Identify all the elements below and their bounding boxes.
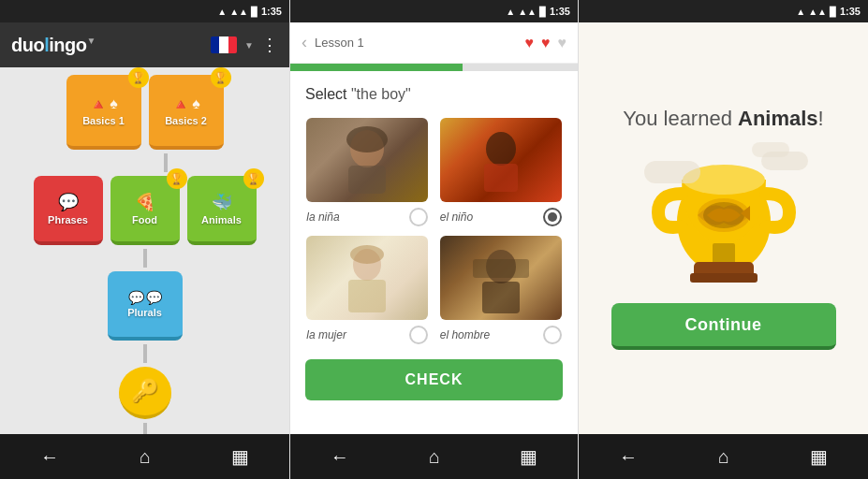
wifi-icon: ▲ — [217, 7, 227, 17]
nav-apps-map[interactable]: ▦ — [216, 438, 264, 475]
svg-rect-9 — [482, 282, 520, 313]
skill-icon-phrases: 💬 — [58, 192, 79, 212]
trophy-animals: 🏆 — [243, 168, 264, 189]
lesson-title: Lesson 1 — [315, 36, 518, 50]
battery-icon-complete: ▉ — [830, 7, 837, 17]
svg-rect-15 — [690, 273, 758, 283]
connector-1 — [164, 153, 168, 172]
lesson-back-arrow[interactable]: ‹ — [302, 33, 307, 52]
choice-image-woman — [306, 236, 428, 320]
skill-label-plurals: Plurals — [127, 307, 162, 318]
lesson-progress-fill — [290, 64, 463, 71]
trophy-food: 🏆 — [167, 168, 187, 189]
choice-label-mujer: la mujer — [306, 328, 346, 341]
svg-rect-6 — [348, 280, 386, 312]
skill-phrases[interactable]: 💬 Phrases — [34, 176, 103, 245]
battery-icon: ▉ — [251, 7, 258, 17]
nav-back-lesson[interactable]: ← — [316, 439, 364, 475]
status-icons-complete: ▲ ▲▲ ▉ 1:35 — [796, 6, 861, 17]
lock-row: 🔑 — [119, 367, 171, 419]
skills-row-3: 💬 💬 Plurals — [108, 271, 183, 341]
boy-overlay — [440, 118, 562, 202]
question-prompt: Select — [305, 86, 346, 102]
completion-content: You learned Animals! — [579, 22, 868, 434]
choice-la-mujer[interactable]: la mujer — [305, 236, 430, 344]
svg-rect-10 — [473, 259, 529, 278]
nav-home-map[interactable]: ⌂ — [125, 439, 166, 475]
logo-dot: ▼ — [86, 36, 95, 46]
flag-dropdown-icon: ▼ — [244, 40, 254, 51]
time-display-complete: 1:35 — [840, 6, 861, 17]
continue-button[interactable]: Continue — [611, 303, 836, 350]
svg-rect-13 — [713, 243, 735, 264]
heart-2: ♥ — [541, 35, 551, 51]
cloud-top — [752, 142, 789, 157]
nav-back-map[interactable]: ← — [25, 439, 74, 475]
nav-home-complete[interactable]: ⌂ — [703, 439, 744, 475]
language-flag[interactable] — [211, 36, 237, 53]
lesson-content: Select "the boy" la niña — [290, 71, 578, 434]
choices-grid: la niña el niño — [305, 118, 563, 344]
panel-complete: ▲ ▲▲ ▉ 1:35 You learned Animals! — [579, 0, 868, 479]
woman-overlay — [306, 236, 428, 320]
signal-icon-lesson: ▲▲ — [518, 7, 537, 17]
girl-overlay — [306, 118, 428, 202]
check-button[interactable]: Check — [305, 359, 563, 400]
cloud-left — [644, 161, 700, 183]
skills-row-1: 🏆 🔺 ♠ Basics 1 🏆 🔺 ♠ Basics 2 — [66, 75, 224, 150]
connector-3 — [143, 344, 147, 363]
svg-rect-4 — [484, 164, 518, 192]
lesson-header: ‹ Lesson 1 ♥ ♥ ♥ — [290, 22, 578, 64]
connector-2 — [143, 249, 147, 268]
choice-label-nino: el niño — [440, 210, 473, 224]
skill-basics1[interactable]: 🏆 🔺 ♠ Basics 1 — [66, 75, 141, 150]
boy-silhouette — [463, 123, 538, 197]
choice-el-nino[interactable]: el niño — [439, 118, 564, 226]
radio-mujer[interactable] — [409, 326, 428, 344]
learned-prefix: You learned — [623, 107, 738, 130]
wifi-icon-complete: ▲ — [796, 7, 805, 17]
status-bar-lesson: ▲ ▲▲ ▉ 1:35 — [290, 0, 578, 22]
skill-label-food: Food — [132, 214, 157, 225]
radio-nina[interactable] — [409, 208, 428, 226]
question-quoted: "the boy" — [351, 86, 411, 102]
status-icons-lesson: ▲ ▲▲ ▉ 1:35 — [506, 6, 570, 17]
choice-label-hombre: el hombre — [440, 328, 490, 341]
choice-label-row-hombre: el hombre — [440, 326, 562, 344]
nav-home-lesson[interactable]: ⌂ — [414, 439, 455, 475]
flag-blue-stripe — [211, 36, 219, 53]
trophy-basics2: 🏆 — [211, 67, 231, 88]
time-display-lesson: 1:35 — [550, 6, 570, 17]
choice-label-row-nina: la niña — [306, 208, 428, 226]
svg-point-7 — [350, 245, 384, 264]
skill-icon-basics1: 🔺 ♠ — [89, 95, 118, 113]
choice-la-nina[interactable]: la niña — [305, 118, 430, 226]
skill-animals[interactable]: 🏆 🐳 Animals — [187, 176, 257, 245]
status-icons-map: ▲ ▲▲ ▉ 1:35 — [217, 6, 282, 17]
panel-map: ▲ ▲▲ ▉ 1:35 duolingo▼ ▼ ⋮ 🏆 🔺 — [0, 0, 289, 479]
signal-icon-complete: ▲▲ — [808, 7, 827, 17]
skills-row-2: 💬 Phrases 🏆 🍕 Food 🏆 🐳 Animals — [34, 176, 257, 245]
skill-icon-animals: 🐳 — [212, 192, 232, 212]
svg-rect-1 — [348, 166, 386, 194]
choice-el-hombre[interactable]: el hombre — [439, 236, 564, 344]
radio-hombre[interactable] — [543, 326, 562, 344]
learned-subject: Animals — [738, 107, 818, 130]
nav-apps-complete[interactable]: ▦ — [795, 438, 843, 475]
heart-3: ♥ — [558, 35, 567, 51]
skill-food[interactable]: 🏆 🍕 Food — [110, 176, 180, 245]
choice-image-man — [440, 236, 562, 320]
header-right: ▼ ⋮ — [211, 35, 278, 55]
choice-label-row-mujer: la mujer — [306, 326, 428, 344]
nav-back-complete[interactable]: ← — [604, 439, 653, 475]
time-display-map: 1:35 — [261, 6, 282, 17]
skill-plurals[interactable]: 💬 💬 Plurals — [108, 271, 183, 341]
trophy-area — [640, 142, 808, 292]
radio-nino[interactable] — [543, 208, 562, 226]
lesson-progress-bar — [290, 64, 578, 71]
svg-point-2 — [346, 126, 388, 152]
menu-icon[interactable]: ⋮ — [261, 35, 278, 55]
woman-silhouette — [330, 240, 405, 315]
skill-basics2[interactable]: 🏆 🔺 ♠ Basics 2 — [149, 75, 224, 150]
nav-apps-lesson[interactable]: ▦ — [505, 438, 552, 475]
